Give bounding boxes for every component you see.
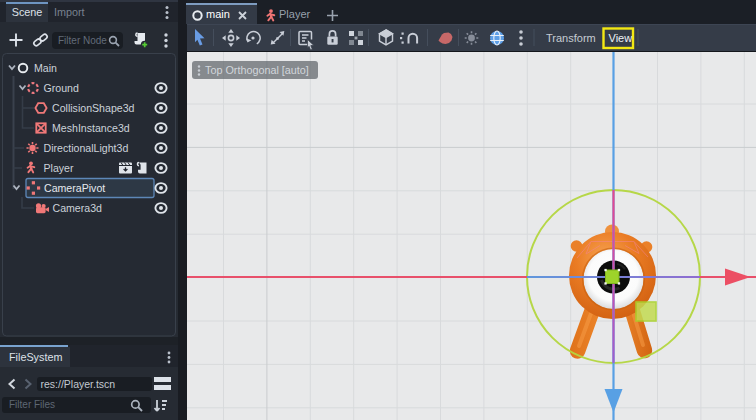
svg-text:DirectionalLight3d: DirectionalLight3d [44, 142, 129, 154]
svg-text:CameraPivot: CameraPivot [44, 182, 105, 194]
svg-text:Camera3d: Camera3d [53, 202, 103, 214]
svg-text:View: View [609, 32, 633, 44]
svg-text:CollisionShape3d: CollisionShape3d [52, 102, 135, 114]
svg-text:Transform: Transform [546, 32, 596, 44]
svg-text:Main: Main [34, 62, 57, 74]
svg-text:Player: Player [44, 162, 74, 174]
svg-text:Ground: Ground [44, 82, 79, 94]
svg-text:MeshInstance3d: MeshInstance3d [52, 122, 130, 134]
